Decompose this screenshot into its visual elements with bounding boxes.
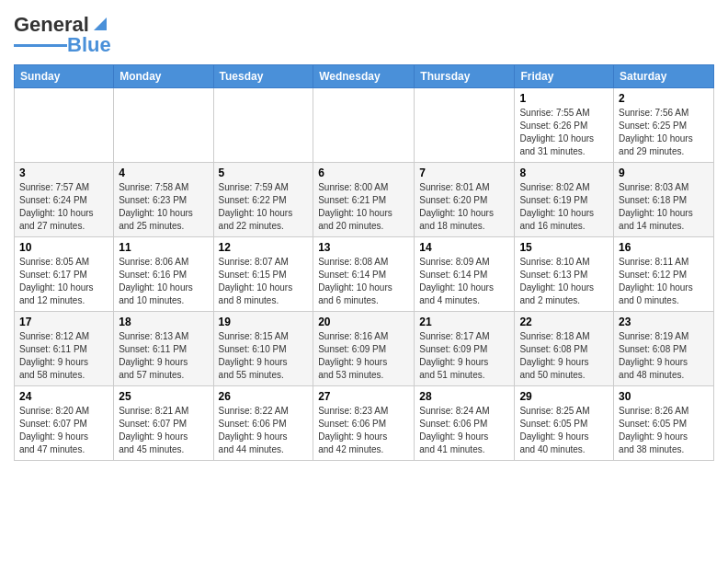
weekday-header-wednesday: Wednesday	[313, 65, 415, 88]
day-info: Sunrise: 8:17 AM Sunset: 6:09 PM Dayligh…	[419, 330, 509, 382]
day-cell: 1Sunrise: 7:55 AM Sunset: 6:26 PM Daylig…	[515, 88, 614, 163]
day-info: Sunrise: 8:26 AM Sunset: 6:05 PM Dayligh…	[619, 405, 709, 456]
day-number: 1	[519, 92, 609, 105]
week-row-5: 24Sunrise: 8:20 AM Sunset: 6:07 PM Dayli…	[15, 386, 714, 461]
day-number: 19	[219, 316, 309, 328]
day-number: 7	[419, 167, 509, 179]
day-number: 5	[219, 167, 309, 179]
day-cell: 20Sunrise: 8:16 AM Sunset: 6:09 PM Dayli…	[313, 312, 415, 386]
weekday-header-row: SundayMondayTuesdayWednesdayThursdayFrid…	[15, 65, 714, 88]
day-info: Sunrise: 8:10 AM Sunset: 6:13 PM Dayligh…	[519, 256, 609, 307]
day-info: Sunrise: 8:07 AM Sunset: 6:15 PM Dayligh…	[219, 256, 309, 307]
day-cell: 9Sunrise: 8:03 AM Sunset: 6:18 PM Daylig…	[614, 163, 714, 237]
day-number: 17	[19, 316, 108, 328]
day-cell: 30Sunrise: 8:26 AM Sunset: 6:05 PM Dayli…	[614, 386, 714, 461]
day-cell: 8Sunrise: 8:02 AM Sunset: 6:19 PM Daylig…	[515, 163, 614, 237]
day-cell: 6Sunrise: 8:00 AM Sunset: 6:21 PM Daylig…	[313, 163, 415, 237]
day-info: Sunrise: 8:18 AM Sunset: 6:08 PM Dayligh…	[519, 330, 609, 382]
day-cell: 7Sunrise: 8:01 AM Sunset: 6:20 PM Daylig…	[415, 163, 515, 237]
day-info: Sunrise: 8:09 AM Sunset: 6:14 PM Dayligh…	[419, 256, 509, 307]
day-number: 14	[419, 241, 509, 254]
day-number: 29	[519, 390, 609, 403]
day-info: Sunrise: 7:56 AM Sunset: 6:25 PM Dayligh…	[619, 107, 709, 158]
day-number: 21	[419, 316, 509, 328]
logo-blue: Blue	[67, 33, 111, 57]
day-number: 2	[619, 92, 709, 105]
day-number: 11	[119, 241, 208, 254]
week-row-2: 3Sunrise: 7:57 AM Sunset: 6:24 PM Daylig…	[15, 163, 714, 237]
day-info: Sunrise: 8:02 AM Sunset: 6:19 PM Dayligh…	[519, 181, 609, 233]
day-info: Sunrise: 8:23 AM Sunset: 6:06 PM Dayligh…	[318, 405, 409, 456]
week-row-3: 10Sunrise: 8:05 AM Sunset: 6:17 PM Dayli…	[15, 237, 714, 312]
weekday-header-sunday: Sunday	[15, 65, 114, 88]
day-cell: 27Sunrise: 8:23 AM Sunset: 6:06 PM Dayli…	[313, 386, 415, 461]
page: General Blue SundayMondayTuesdayWednesda…	[0, 0, 728, 563]
day-info: Sunrise: 8:03 AM Sunset: 6:18 PM Dayligh…	[619, 181, 709, 233]
day-cell: 15Sunrise: 8:10 AM Sunset: 6:13 PM Dayli…	[515, 237, 614, 312]
day-number: 12	[219, 241, 309, 254]
day-cell: 19Sunrise: 8:15 AM Sunset: 6:10 PM Dayli…	[213, 312, 313, 386]
day-number: 16	[619, 241, 709, 254]
header: General Blue	[14, 9, 714, 57]
weekday-header-friday: Friday	[515, 65, 614, 88]
week-row-1: 1Sunrise: 7:55 AM Sunset: 6:26 PM Daylig…	[15, 88, 714, 163]
day-info: Sunrise: 8:19 AM Sunset: 6:08 PM Dayligh…	[619, 330, 709, 382]
day-number: 10	[19, 241, 108, 254]
day-number: 6	[318, 167, 409, 179]
day-cell: 3Sunrise: 7:57 AM Sunset: 6:24 PM Daylig…	[15, 163, 114, 237]
day-number: 9	[619, 167, 709, 179]
day-number: 22	[519, 316, 609, 328]
day-info: Sunrise: 7:55 AM Sunset: 6:26 PM Dayligh…	[519, 107, 609, 158]
day-cell: 12Sunrise: 8:07 AM Sunset: 6:15 PM Dayli…	[213, 237, 313, 312]
logo-underline	[14, 44, 67, 47]
day-number: 28	[419, 390, 509, 403]
logo-triangle-icon	[90, 14, 110, 34]
day-cell: 11Sunrise: 8:06 AM Sunset: 6:16 PM Dayli…	[114, 237, 213, 312]
day-info: Sunrise: 8:08 AM Sunset: 6:14 PM Dayligh…	[318, 256, 409, 307]
day-cell	[415, 88, 515, 163]
day-cell: 17Sunrise: 8:12 AM Sunset: 6:11 PM Dayli…	[15, 312, 114, 386]
day-cell: 22Sunrise: 8:18 AM Sunset: 6:08 PM Dayli…	[515, 312, 614, 386]
day-number: 13	[318, 241, 409, 254]
day-info: Sunrise: 7:58 AM Sunset: 6:23 PM Dayligh…	[119, 181, 208, 233]
day-info: Sunrise: 7:59 AM Sunset: 6:22 PM Dayligh…	[219, 181, 309, 233]
weekday-header-tuesday: Tuesday	[213, 65, 313, 88]
day-cell: 25Sunrise: 8:21 AM Sunset: 6:07 PM Dayli…	[114, 386, 213, 461]
day-number: 8	[519, 167, 609, 179]
day-number: 30	[619, 390, 709, 403]
calendar-table: SundayMondayTuesdayWednesdayThursdayFrid…	[14, 64, 714, 461]
day-number: 15	[519, 241, 609, 254]
logo: General Blue	[14, 13, 111, 57]
day-number: 24	[19, 390, 108, 403]
day-cell: 18Sunrise: 8:13 AM Sunset: 6:11 PM Dayli…	[114, 312, 213, 386]
day-cell: 23Sunrise: 8:19 AM Sunset: 6:08 PM Dayli…	[614, 312, 714, 386]
day-info: Sunrise: 8:22 AM Sunset: 6:06 PM Dayligh…	[219, 405, 309, 456]
day-info: Sunrise: 8:06 AM Sunset: 6:16 PM Dayligh…	[119, 256, 208, 307]
day-info: Sunrise: 8:20 AM Sunset: 6:07 PM Dayligh…	[19, 405, 108, 456]
day-cell: 21Sunrise: 8:17 AM Sunset: 6:09 PM Dayli…	[415, 312, 515, 386]
day-info: Sunrise: 8:05 AM Sunset: 6:17 PM Dayligh…	[19, 256, 108, 307]
day-cell	[313, 88, 415, 163]
day-cell: 29Sunrise: 8:25 AM Sunset: 6:05 PM Dayli…	[515, 386, 614, 461]
day-cell: 16Sunrise: 8:11 AM Sunset: 6:12 PM Dayli…	[614, 237, 714, 312]
day-number: 20	[318, 316, 409, 328]
day-info: Sunrise: 8:15 AM Sunset: 6:10 PM Dayligh…	[219, 330, 309, 382]
day-cell: 5Sunrise: 7:59 AM Sunset: 6:22 PM Daylig…	[213, 163, 313, 237]
week-row-4: 17Sunrise: 8:12 AM Sunset: 6:11 PM Dayli…	[15, 312, 714, 386]
day-cell: 28Sunrise: 8:24 AM Sunset: 6:06 PM Dayli…	[415, 386, 515, 461]
day-number: 18	[119, 316, 208, 328]
day-cell	[15, 88, 114, 163]
day-cell: 4Sunrise: 7:58 AM Sunset: 6:23 PM Daylig…	[114, 163, 213, 237]
day-cell	[213, 88, 313, 163]
day-info: Sunrise: 8:11 AM Sunset: 6:12 PM Dayligh…	[619, 256, 709, 307]
day-info: Sunrise: 8:16 AM Sunset: 6:09 PM Dayligh…	[318, 330, 409, 382]
weekday-header-saturday: Saturday	[614, 65, 714, 88]
weekday-header-thursday: Thursday	[415, 65, 515, 88]
day-number: 27	[318, 390, 409, 403]
day-info: Sunrise: 8:13 AM Sunset: 6:11 PM Dayligh…	[119, 330, 208, 382]
day-number: 23	[619, 316, 709, 328]
day-info: Sunrise: 8:25 AM Sunset: 6:05 PM Dayligh…	[519, 405, 609, 456]
day-number: 4	[119, 167, 208, 179]
day-number: 25	[119, 390, 208, 403]
day-number: 3	[19, 167, 108, 179]
